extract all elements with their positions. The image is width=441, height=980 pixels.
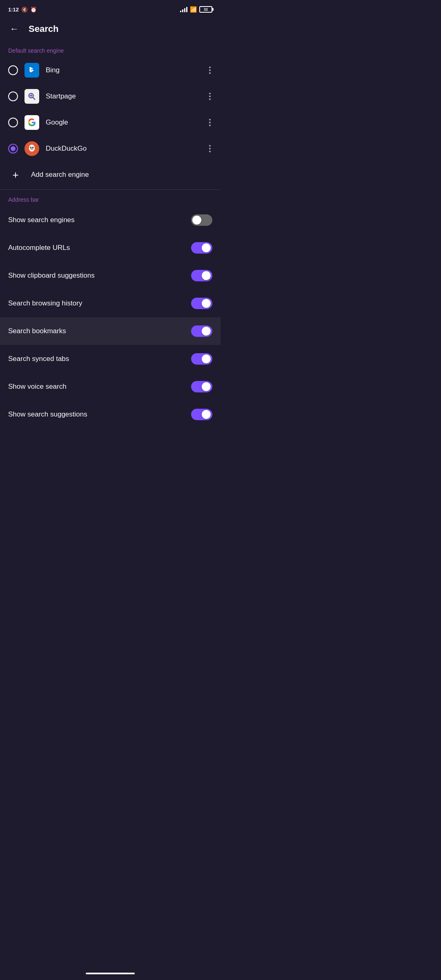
synced-tabs-label: Search synced tabs [8, 355, 191, 363]
status-right: 📶 32 [180, 6, 212, 13]
search-suggestions-toggle[interactable] [191, 409, 212, 420]
status-left: 1:12 🔇 ⏰ [8, 7, 37, 13]
page-title: Search [29, 24, 58, 34]
engine-google[interactable]: Google [0, 109, 220, 136]
svg-point-6 [30, 147, 31, 148]
engine-duckduckgo[interactable]: DuckDuckGo [0, 136, 220, 162]
svg-point-9 [33, 147, 33, 147]
bing-logo [24, 63, 39, 78]
address-bar-label: Address bar [0, 192, 220, 206]
autocomplete-urls-toggle[interactable] [191, 242, 212, 254]
toggle-knob [192, 216, 201, 225]
autocomplete-urls-label: Autocomplete URLs [8, 244, 191, 252]
svg-line-1 [33, 97, 35, 99]
google-menu-button[interactable] [207, 117, 212, 128]
ddg-menu-button[interactable] [207, 143, 212, 154]
toggle-show-search-engines[interactable]: Show search engines [0, 206, 220, 234]
toggle-knob [202, 410, 211, 419]
svg-point-7 [32, 147, 34, 148]
address-bar-section: Address bar Show search engines Autocomp… [0, 192, 220, 428]
mute-icon: 🔇 [21, 7, 28, 13]
default-search-engine-section: Default search engine Bing Startpage [0, 42, 220, 188]
toggle-search-suggestions[interactable]: Show search suggestions [0, 401, 220, 428]
google-name: Google [46, 118, 201, 127]
synced-tabs-toggle[interactable] [191, 353, 212, 365]
startpage-logo [24, 89, 39, 104]
add-plus-icon: + [8, 167, 23, 182]
toggle-knob [202, 327, 211, 336]
default-search-engine-label: Default search engine [0, 42, 220, 57]
clipboard-suggestions-label: Show clipboard suggestions [8, 272, 191, 280]
bing-name: Bing [46, 66, 201, 74]
signal-icon [180, 7, 187, 12]
header: ← Search [0, 17, 220, 42]
radio-startpage [8, 91, 18, 101]
voice-search-label: Show voice search [8, 383, 191, 391]
ddg-name: DuckDuckGo [46, 145, 201, 153]
svg-point-8 [31, 147, 31, 147]
show-search-engines-label: Show search engines [8, 216, 191, 224]
toggle-knob [202, 382, 211, 391]
startpage-menu-button[interactable] [207, 91, 212, 102]
toggle-autocomplete-urls[interactable]: Autocomplete URLs [0, 234, 220, 262]
radio-duckduckgo [8, 144, 18, 154]
toggle-knob [202, 243, 211, 252]
clipboard-suggestions-toggle[interactable] [191, 270, 212, 281]
section-divider [0, 189, 220, 190]
browsing-history-toggle[interactable] [191, 298, 212, 309]
browsing-history-label: Search browsing history [8, 299, 191, 307]
back-button[interactable]: ← [8, 22, 20, 36]
toggle-knob [202, 271, 211, 280]
show-search-engines-toggle[interactable] [191, 214, 212, 226]
voice-search-toggle[interactable] [191, 381, 212, 392]
bing-menu-button[interactable] [207, 65, 212, 76]
search-bookmarks-toggle[interactable] [191, 325, 212, 337]
toggle-knob [202, 354, 211, 363]
toggle-synced-tabs[interactable]: Search synced tabs [0, 345, 220, 373]
svg-point-5 [29, 145, 35, 151]
time: 1:12 [8, 7, 19, 13]
search-bookmarks-label: Search bookmarks [8, 327, 191, 335]
toggle-knob [202, 299, 211, 308]
add-engine-label: Add search engine [31, 171, 89, 179]
ddg-logo [24, 141, 39, 156]
radio-bing [8, 65, 18, 75]
search-suggestions-label: Show search suggestions [8, 410, 191, 419]
add-search-engine-row[interactable]: + Add search engine [0, 162, 220, 188]
alarm-icon: ⏰ [30, 7, 37, 13]
google-logo [24, 115, 39, 130]
toggle-clipboard-suggestions[interactable]: Show clipboard suggestions [0, 262, 220, 290]
engine-startpage[interactable]: Startpage [0, 83, 220, 109]
status-bar: 1:12 🔇 ⏰ 📶 32 [0, 0, 220, 17]
radio-google [8, 118, 18, 127]
startpage-name: Startpage [46, 92, 201, 100]
battery-icon: 32 [199, 6, 212, 13]
toggle-search-bookmarks[interactable]: Search bookmarks [0, 317, 220, 345]
toggle-browsing-history[interactable]: Search browsing history [0, 290, 220, 317]
engine-bing[interactable]: Bing [0, 57, 220, 83]
wifi-icon: 📶 [190, 6, 197, 13]
toggle-voice-search[interactable]: Show voice search [0, 373, 220, 401]
